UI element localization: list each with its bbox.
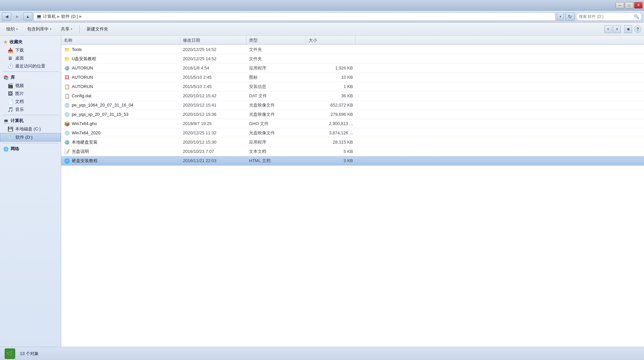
close-button[interactable]: ✕: [634, 2, 643, 9]
file-size-cell: 36 KB: [306, 91, 356, 100]
pictures-icon: 🖼: [7, 91, 13, 97]
table-row[interactable]: ⚙️ 本地硬盘安装 2020/10/12 15:30 应用程序 28,315 K…: [61, 138, 644, 147]
search-icon[interactable]: 🔍: [634, 14, 639, 19]
sidebar-item-documents[interactable]: 📄 文档: [0, 98, 61, 106]
file-name: AUTORUN: [72, 75, 93, 80]
preview-button[interactable]: ▣: [624, 25, 632, 33]
file-name: AUTORUN: [72, 66, 93, 70]
table-row[interactable]: 📦 Win7x64.gho 2019/9/7 19:25 GHO 文件 2,90…: [61, 119, 644, 128]
library-label: 库: [11, 74, 15, 80]
share-button[interactable]: 共享 ▾: [57, 24, 76, 34]
sidebar-divider-1: [3, 71, 58, 72]
view-list-button[interactable]: ≡: [604, 25, 612, 33]
sidebar-item-c-drive[interactable]: 💾 本地磁盘 (C:): [0, 125, 61, 133]
new-folder-label: 新建文件夹: [87, 26, 108, 32]
file-size-cell: [306, 54, 356, 63]
table-row[interactable]: 📋 AUTORUN 2015/5/10 2:45 安装信息 1 KB: [61, 82, 644, 91]
search-input[interactable]: [579, 14, 632, 19]
help-button[interactable]: ?: [634, 25, 641, 33]
pictures-label: 图片: [15, 91, 24, 97]
sidebar-item-d-drive[interactable]: 💿 软件 (D:): [0, 133, 61, 142]
file-name: 本地硬盘安装: [72, 139, 98, 145]
col-header-type[interactable]: 类型: [246, 36, 306, 45]
file-date-cell: 2015/5/10 2:45: [180, 73, 246, 82]
file-date-cell: 2016/10/23 7:07: [180, 147, 246, 156]
archive-button[interactable]: 包含到库中 ▾: [23, 24, 55, 34]
video-icon: 🎬: [7, 83, 13, 89]
sidebar-item-pictures[interactable]: 🖼 图片: [0, 90, 61, 98]
file-type-cell: 安装信息: [246, 82, 306, 91]
file-name: U盘安装教程: [72, 56, 96, 62]
sidebar-library-header[interactable]: 📚 库: [0, 73, 61, 82]
table-row[interactable]: 🖼 AUTORUN 2015/5/10 2:45 图标 10 KB: [61, 73, 644, 82]
sidebar-computer-header[interactable]: 💻 计算机: [0, 116, 61, 125]
file-icon: ⚙️: [64, 65, 70, 71]
sidebar-section-library: 📚 库 🎬 视频 🖼 图片 📄 文档 🎵 音乐: [0, 73, 61, 113]
table-row[interactable]: 💿 pe_yqs_1064_20_07_31_16_04 2020/10/12 …: [61, 101, 644, 110]
view-buttons: ≡ ▾ ▣: [604, 25, 632, 33]
col-header-size[interactable]: 大小: [306, 36, 356, 45]
table-row[interactable]: 📋 Config.dat 2020/10/12 15:42 DAT 文件 36 …: [61, 91, 644, 101]
file-icon: 📁: [64, 56, 70, 62]
file-size-cell: 3,874,126 ...: [306, 128, 356, 137]
maximize-button[interactable]: □: [625, 2, 633, 9]
table-row[interactable]: ⚙️ AUTORUN 2016/1/8 4:54 应用程序 1,926 KB: [61, 64, 644, 73]
file-icon: 💿: [64, 102, 70, 108]
file-type-cell: 图标: [246, 73, 306, 82]
sidebar-item-music[interactable]: 🎵 音乐: [0, 106, 61, 113]
file-name-cell: 📋 Config.dat: [61, 91, 180, 100]
file-icon: 💿: [64, 130, 70, 136]
file-name: 硬盘安装教程: [72, 158, 98, 164]
forward-button[interactable]: ▶: [13, 12, 22, 21]
breadcrumb: 💻 计算机 ▶ 软件 (D:) ▶: [34, 12, 555, 21]
file-name-cell: 📦 Win7x64.gho: [61, 119, 180, 128]
table-row[interactable]: 📁 Tools 2020/12/25 14:52 文件夹: [61, 45, 644, 54]
col-header-name[interactable]: 名称: [61, 36, 180, 45]
new-folder-button[interactable]: 新建文件夹: [83, 24, 112, 34]
breadcrumb-computer[interactable]: 计算机: [43, 14, 56, 20]
file-type-cell: 光盘映像文件: [246, 110, 306, 119]
c-drive-label: 本地磁盘 (C:): [15, 126, 41, 132]
file-name-cell: 💿 Win7x64_2020: [61, 128, 180, 137]
file-type-cell: 文件夹: [246, 54, 306, 63]
logo-icon: 🌿: [5, 348, 15, 359]
breadcrumb-drive[interactable]: 软件 (D:): [61, 14, 78, 20]
back-button[interactable]: ◀: [2, 12, 11, 21]
col-header-date[interactable]: 修改日期: [180, 36, 246, 45]
organize-button[interactable]: 组织 ▾: [3, 24, 21, 34]
file-type-cell: 文件夹: [246, 45, 306, 54]
file-list: 📁 Tools 2020/12/25 14:52 文件夹 📁 U盘安装教程 20…: [61, 45, 644, 165]
address-dropdown[interactable]: ▾: [557, 12, 564, 21]
sidebar-favorites-header[interactable]: ★ 收藏夹: [0, 38, 61, 46]
toolbar: 组织 ▾ 包含到库中 ▾ 共享 ▾ 新建文件夹 ≡ ▾ ▣ ?: [0, 22, 644, 36]
table-row[interactable]: 🌐 硬盘安装教程 2016/11/21 22:03 HTML 文档 3 KB: [61, 156, 644, 165]
sidebar-item-download[interactable]: 📥 下载: [0, 46, 61, 54]
documents-icon: 📄: [7, 99, 13, 105]
file-icon: 🌐: [64, 158, 70, 164]
table-row[interactable]: 📝 光盘说明 2016/10/23 7:07 文本文档 5 KB: [61, 147, 644, 156]
sidebar-item-video[interactable]: 🎬 视频: [0, 82, 61, 90]
table-row[interactable]: 💿 pe_yqs_xp_20_07_31_15_53 2020/10/12 15…: [61, 110, 644, 119]
file-size-cell: 28,315 KB: [306, 138, 356, 147]
file-type-cell: 文本文档: [246, 147, 306, 156]
sidebar-item-recent[interactable]: 🕐 最近访问的位置: [0, 62, 61, 70]
file-date-cell: 2020/10/12 15:36: [180, 110, 246, 119]
view-dropdown-button[interactable]: ▾: [613, 25, 621, 33]
sidebar-item-desktop[interactable]: 🖥 桌面: [0, 54, 61, 62]
file-name-cell: ⚙️ AUTORUN: [61, 64, 180, 72]
sidebar: ★ 收藏夹 📥 下载 🖥 桌面 🕐 最近访问的位置 📚 库: [0, 36, 61, 347]
sidebar-section-favorites: ★ 收藏夹 📥 下载 🖥 桌面 🕐 最近访问的位置: [0, 38, 61, 70]
up-button[interactable]: ▲: [23, 12, 32, 21]
music-label: 音乐: [15, 107, 24, 112]
file-name: pe_yqs_1064_20_07_31_16_04: [72, 103, 134, 108]
file-date-cell: 2020/12/25 11:32: [180, 128, 246, 137]
minimize-button[interactable]: ─: [616, 2, 624, 9]
table-row[interactable]: 💿 Win7x64_2020 2020/12/25 11:32 光盘映像文件 3…: [61, 128, 644, 138]
music-icon: 🎵: [7, 107, 13, 112]
refresh-button[interactable]: ↻: [565, 12, 575, 21]
column-headers: 名称 修改日期 类型 大小: [61, 36, 644, 45]
titlebar-buttons: ─ □ ✕: [616, 2, 643, 9]
sidebar-network-header[interactable]: 🌐 网络: [0, 145, 61, 153]
file-name: Tools: [72, 47, 82, 52]
table-row[interactable]: 📁 U盘安装教程 2020/12/25 14:52 文件夹: [61, 54, 644, 64]
